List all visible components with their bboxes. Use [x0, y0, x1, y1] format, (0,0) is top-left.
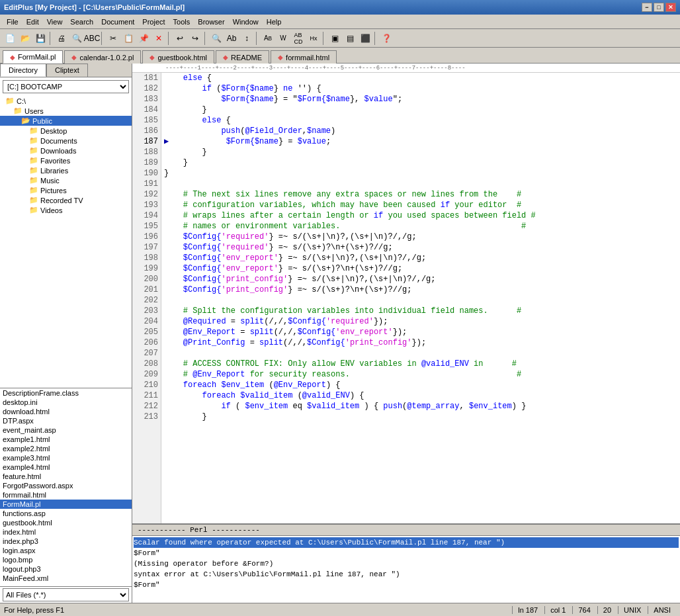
tree-item-desktop[interactable]: 📁Desktop — [0, 126, 132, 136]
file-item-forgotpassword-aspx[interactable]: ForgotPassword.aspx — [0, 481, 132, 490]
file-item-functions-asp[interactable]: functions.asp — [0, 509, 132, 518]
tab-4[interactable]: ◆formmail.html — [271, 50, 337, 64]
tree-item-libraries[interactable]: 📁Libraries — [0, 165, 132, 175]
new-button[interactable]: 📄 — [3, 31, 17, 46]
file-item-example1-html[interactable]: example1.html — [0, 435, 132, 444]
file-item-download-html[interactable]: download.html — [0, 407, 132, 416]
tree-item-videos[interactable]: 📁Videos — [0, 205, 132, 215]
file-item-guestbook-html[interactable]: guestbook.html — [0, 518, 132, 527]
cut-button[interactable]: ✂ — [106, 31, 120, 46]
tree-item-music[interactable]: 📁Music — [0, 175, 132, 185]
code-text[interactable]: else { if ($Form{$name} ne '') { $Form{$… — [161, 73, 680, 523]
close-button[interactable]: ✕ — [665, 3, 676, 12]
line-numbers: 1811821831841851861871881891901911921931… — [132, 73, 161, 523]
code-line-200: $Config{'print_config'} =~ s/(\s+|\n)?,(… — [164, 274, 677, 285]
window-btn1[interactable]: ▣ — [327, 31, 342, 46]
menu-tools[interactable]: Tools — [169, 17, 194, 27]
file-item-dtp-aspx[interactable]: DTP.aspx — [0, 416, 132, 425]
toolbar: 📄 📂 💾 🖨 🔍 ABC ✂ 📋 📌 ✕ ↩ ↪ 🔍 Ab ↕ AB W AB… — [0, 29, 680, 48]
file-item-example4-html[interactable]: example4.html — [0, 462, 132, 472]
menu-document[interactable]: Document — [97, 17, 138, 27]
menu-search[interactable]: Search — [66, 17, 97, 27]
file-item-feature-html[interactable]: feature.html — [0, 472, 132, 481]
line-number-194: 194 — [135, 210, 158, 221]
file-item-example2-html[interactable]: example2.html — [0, 444, 132, 453]
tree-item-documents[interactable]: 📁Documents — [0, 136, 132, 146]
menu-edit[interactable]: Edit — [22, 17, 43, 27]
file-item-formmail-pl[interactable]: FormMail.pl — [0, 500, 132, 509]
replace-button[interactable]: Ab — [224, 31, 239, 46]
tab-directory[interactable]: Directory — [0, 64, 46, 77]
toolbar-separator-6 — [323, 32, 325, 45]
minimize-button[interactable]: − — [642, 3, 652, 12]
toggle-button[interactable]: AB — [261, 31, 275, 46]
code-line-204: @Required = split(/,/,$Config{'required'… — [164, 316, 677, 327]
save-button[interactable]: 💾 — [33, 31, 48, 46]
line-number-182: 182 — [135, 83, 158, 94]
tree-item-users[interactable]: 📁Users — [0, 106, 132, 116]
file-item-mainfeed-xml[interactable]: MainFeed.xml — [0, 574, 132, 583]
file-item-logout-php3[interactable]: logout.php3 — [0, 564, 132, 574]
line-number-193: 193 — [135, 200, 158, 210]
code-line-196: $Config{'required'} =~ s/(\s+|\n)?,(\s+|… — [164, 232, 677, 242]
line-number-210: 210 — [135, 380, 158, 390]
output-line: syntax error at C:\Users\Public\FormMail… — [134, 569, 679, 580]
tree-item-downloads[interactable]: 📁Downloads — [0, 146, 132, 155]
file-item-login-aspx[interactable]: login.aspx — [0, 546, 132, 555]
format-button[interactable]: W — [276, 31, 290, 46]
menu-window[interactable]: Window — [229, 17, 263, 27]
tab-3[interactable]: ◆README — [216, 50, 269, 64]
menu-browser[interactable]: Browser — [194, 17, 228, 27]
copy-button[interactable]: 📋 — [121, 31, 136, 46]
file-item-desktop-ini[interactable]: desktop.ini — [0, 398, 132, 407]
goto-button[interactable]: ↕ — [239, 31, 254, 46]
open-button[interactable]: 📂 — [18, 31, 32, 46]
spell-button[interactable]: ABC — [85, 31, 99, 46]
file-item-index-php3[interactable]: index.php3 — [0, 537, 132, 546]
tree-item-recorded-tv[interactable]: 📁Recorded TV — [0, 195, 132, 205]
menu-view[interactable]: View — [43, 17, 67, 27]
file-item-descriptionframe-class[interactable]: DescriptionFrame.class — [0, 388, 132, 398]
menu-project[interactable]: Project — [138, 17, 169, 27]
print-button[interactable]: 🖨 — [54, 31, 69, 46]
ab-button[interactable]: ABCD — [291, 31, 306, 46]
code-line-187: ▶ $Form{$name} = $value; — [164, 136, 677, 147]
tab-1[interactable]: ◆calendar-1.0.2.pl — [64, 50, 141, 64]
tree-item-favorites[interactable]: 📁Favorites — [0, 155, 132, 165]
file-item-formmail-html[interactable]: formmail.html — [0, 490, 132, 500]
code-editor[interactable]: 1811821831841851861871881891901911921931… — [132, 73, 680, 523]
file-item-example3-html[interactable]: example3.html — [0, 453, 132, 462]
maximize-button[interactable]: □ — [654, 3, 664, 12]
preview-button[interactable]: 🔍 — [69, 31, 84, 46]
delete-button[interactable]: ✕ — [151, 31, 166, 46]
code-line-191 — [164, 179, 677, 189]
window-btn2[interactable]: ▤ — [343, 31, 357, 46]
menu-help[interactable]: Help — [263, 17, 286, 27]
file-item-event-maint-asp[interactable]: event_maint.asp — [0, 425, 132, 435]
tab-cliptext[interactable]: Cliptext — [46, 64, 88, 77]
hex-button[interactable]: Hx — [306, 31, 321, 46]
menu-file[interactable]: File — [3, 17, 22, 27]
file-item-index-html[interactable]: index.html — [0, 527, 132, 537]
tab-0[interactable]: ◆FormMail.pl — [3, 50, 63, 64]
code-line-190: } — [164, 168, 677, 179]
tab-2[interactable]: ◆guestbook.html — [142, 50, 214, 64]
undo-button[interactable]: ↩ — [173, 31, 187, 46]
tree-item-pictures[interactable]: 📁Pictures — [0, 185, 132, 195]
file-filter-bar: All Files (*.*) — [0, 586, 132, 603]
paste-button[interactable]: 📌 — [136, 31, 151, 46]
line-number-211: 211 — [135, 390, 158, 401]
find-button[interactable]: 🔍 — [209, 31, 224, 46]
tree-item-c--[interactable]: 📁C:\ — [0, 96, 132, 106]
help-button[interactable]: ❓ — [379, 31, 394, 46]
redo-button[interactable]: ↪ — [188, 31, 202, 46]
tree-item-public[interactable]: 📂Public — [0, 116, 132, 126]
file-item-logo-bmp[interactable]: logo.bmp — [0, 555, 132, 564]
file-icon: ◆ — [71, 54, 77, 61]
drive-dropdown[interactable]: [C:] BOOTCAMP — [3, 80, 129, 93]
line-number-206: 206 — [135, 337, 158, 348]
file-filter-select[interactable]: All Files (*.*) — [3, 588, 129, 601]
window-btn3[interactable]: ⬛ — [358, 31, 372, 46]
line-number-189: 189 — [135, 157, 158, 168]
code-content: 1811821831841851861871881891901911921931… — [132, 73, 680, 523]
